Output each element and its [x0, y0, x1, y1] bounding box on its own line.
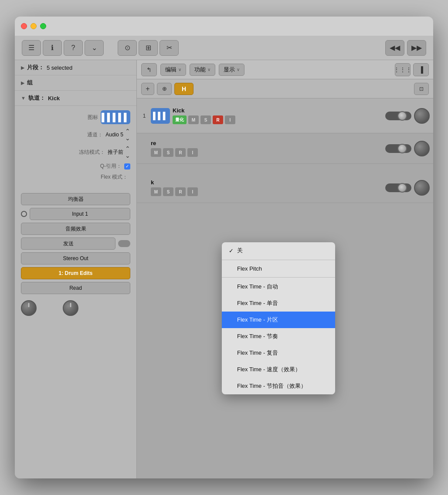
- track2-name: re: [151, 140, 383, 146]
- flex-time-poly-option[interactable]: ✓ Flex Time - 复音: [222, 345, 335, 361]
- group-row[interactable]: ▶ 组: [15, 75, 136, 91]
- track-header[interactable]: ▼ 轨道： Kick: [15, 91, 136, 106]
- track2-fader[interactable]: [385, 144, 411, 153]
- curve-icon: ↰: [146, 66, 152, 73]
- flex-time-rhythm-label: Flex Time - 节奏: [237, 332, 278, 340]
- list-button[interactable]: ▐: [413, 63, 429, 76]
- track3-info: k M S R I: [151, 179, 383, 196]
- fullscreen-button[interactable]: [40, 23, 46, 29]
- channel-stepper[interactable]: ⌃⌄: [125, 128, 130, 142]
- stereo-out-button[interactable]: Stereo Out: [21, 252, 130, 264]
- track-icon-button[interactable]: ▌▌▌▌▌: [101, 110, 130, 124]
- scissors-button[interactable]: ✂: [160, 40, 179, 56]
- secondary-toolbar: ↰ 编辑 ∨ 功能 ∨ 显示 ∨ ⋮⋮⋮: [137, 60, 433, 79]
- read-button[interactable]: Read: [21, 282, 130, 294]
- i-button[interactable]: I: [187, 187, 198, 196]
- fastforward-icon: ▶▶: [411, 44, 422, 52]
- add-button[interactable]: +: [141, 83, 154, 95]
- flex-time-slice-option[interactable]: ✓ Flex Time - 片区: [222, 312, 335, 328]
- flex-time-rhythm-option[interactable]: ✓ Flex Time - 节奏: [222, 328, 335, 345]
- flex-pitch-option[interactable]: ✓ Flex Pitch: [222, 261, 335, 276]
- kick-fader[interactable]: [385, 112, 411, 120]
- flex-time-mono-option[interactable]: ✓ Flex Time - 单音: [222, 295, 335, 312]
- m-button[interactable]: M: [188, 115, 199, 124]
- add-track-button[interactable]: ⊕: [157, 83, 172, 95]
- r-button[interactable]: R: [213, 115, 223, 124]
- h-button[interactable]: H: [174, 83, 193, 95]
- channel-label: 通道：: [68, 131, 103, 139]
- track-row: k M S R I: [137, 173, 433, 203]
- track2-pan-knob[interactable]: [414, 141, 430, 156]
- track3-pan-knob[interactable]: [414, 180, 430, 196]
- main-window: ☰ ℹ ? ⌄ ⊙ ⊞ ✂ ◀◀: [15, 17, 433, 478]
- kick-pan-knob[interactable]: [414, 108, 430, 124]
- grid-button[interactable]: ⋮⋮⋮: [395, 63, 411, 76]
- flex-time-auto-option[interactable]: ✓ Flex Time - 自动: [222, 278, 335, 295]
- send-toggle[interactable]: [118, 240, 130, 247]
- s-button[interactable]: S: [200, 115, 211, 124]
- function-menu[interactable]: 功能 ∨: [190, 64, 215, 76]
- m-button[interactable]: M: [151, 187, 161, 196]
- info-button[interactable]: ℹ: [43, 40, 62, 56]
- knob-1[interactable]: [21, 300, 37, 316]
- quantize-button[interactable]: 量化: [173, 115, 187, 124]
- dropdown-button[interactable]: ⌄: [85, 40, 104, 56]
- kick-wave-icon: ▌▌▌: [151, 108, 170, 124]
- knob-2[interactable]: [63, 300, 78, 316]
- knob-row: [15, 298, 136, 319]
- i-button[interactable]: I: [225, 115, 235, 124]
- freeze-stepper[interactable]: ⌃⌄: [125, 145, 130, 159]
- r-button[interactable]: R: [175, 148, 186, 157]
- flex-time-speed-label: Flex Time - 速度（效果）: [237, 366, 301, 373]
- flex-time-tempo-option[interactable]: ✓ Flex Time - 节拍音（效果）: [222, 378, 335, 394]
- q-ref-checkbox[interactable]: ✓: [124, 163, 130, 170]
- track2-controls: M S R I: [151, 148, 383, 157]
- s-button[interactable]: S: [163, 148, 173, 157]
- segment-label: 片段：: [27, 64, 44, 71]
- tracks-area: 1 ▌▌▌ Kick 量化 M S R I: [137, 98, 433, 478]
- s-button[interactable]: S: [163, 187, 173, 196]
- track-arrow: ▼: [21, 95, 26, 101]
- help-button[interactable]: ?: [64, 40, 83, 56]
- kick-track-controls: 量化 M S R I: [173, 115, 383, 124]
- kick-track-info: Kick 量化 M S R I: [173, 107, 383, 124]
- icon-prop-row: 图标 ▌▌▌▌▌: [15, 108, 136, 126]
- rewind-button[interactable]: ◀◀: [385, 40, 404, 56]
- curve-button[interactable]: ↰: [141, 63, 157, 76]
- tempo-button[interactable]: ⊙: [118, 40, 137, 56]
- menu-divider-2: [222, 277, 335, 278]
- add-icon: +: [146, 85, 149, 93]
- close-button[interactable]: [21, 23, 27, 29]
- collapse-button[interactable]: ⊡: [414, 83, 429, 95]
- library-button[interactable]: ☰: [22, 40, 41, 56]
- channel-prop-row: 通道： Audio 5 ⌃⌄: [15, 126, 136, 143]
- display-menu[interactable]: 显示 ∨: [219, 64, 244, 76]
- edit-menu[interactable]: 编辑 ∨: [160, 64, 186, 76]
- flex-mode-menu: ✓ 关 ✓ Flex Pitch ✓ Flex Ti: [222, 242, 335, 394]
- equalizer-button[interactable]: 均衡器: [21, 193, 130, 205]
- freeze-value: 推子前 ⌃⌄: [108, 145, 130, 159]
- m-button[interactable]: M: [151, 148, 161, 157]
- r-button[interactable]: R: [175, 187, 186, 196]
- fader-thumb: [397, 144, 407, 153]
- send-button[interactable]: 发送: [21, 237, 115, 250]
- flex-time-speed-option[interactable]: ✓ Flex Time - 速度（效果）: [222, 361, 335, 378]
- flex-time-tempo-label: Flex Time - 节拍音（效果）: [237, 382, 306, 390]
- flex-off-option[interactable]: ✓ 关: [222, 242, 335, 259]
- i-button[interactable]: I: [187, 148, 198, 157]
- mixer-section: 均衡器 Input 1 音频效果 发送 Stereo Out 1: Drum E…: [15, 190, 136, 298]
- audio-effects-button[interactable]: 音频效果: [21, 223, 130, 235]
- fastforward-button[interactable]: ▶▶: [407, 40, 426, 56]
- drum-edits-button[interactable]: 1: Drum Edits: [21, 267, 130, 279]
- eq-button[interactable]: ⊞: [139, 40, 158, 56]
- input-button[interactable]: Input 1: [30, 208, 130, 220]
- flex-time-slice-label: Flex Time - 片区: [237, 316, 278, 324]
- left-panel: ▶ 片段： 5 selected ▶ 组 ▼ 轨道： Kick 图标: [15, 60, 137, 478]
- segment-row[interactable]: ▶ 片段： 5 selected: [15, 60, 136, 75]
- minimize-button[interactable]: [31, 23, 37, 29]
- track3-fader[interactable]: [385, 183, 411, 192]
- center-toolbar-group: ⊙ ⊞ ✂: [118, 40, 179, 56]
- checkmark-icon: ✓: [126, 164, 129, 169]
- track-properties: 图标 ▌▌▌▌▌ 通道： Audio 5 ⌃⌄ 冻结模式：: [15, 106, 136, 190]
- left-toolbar-group: ☰ ℹ ? ⌄: [22, 40, 104, 56]
